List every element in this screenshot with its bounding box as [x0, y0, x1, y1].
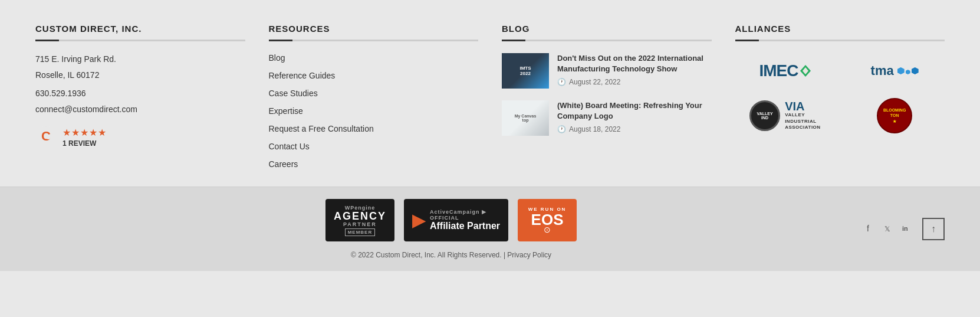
- tma-text: tma: [871, 63, 894, 79]
- svg-point-2: [46, 135, 51, 139]
- alliances-column: ALLIANCES IMEC tma: [735, 24, 945, 169]
- nav-item-reference-guides[interactable]: Reference Guides: [269, 71, 479, 80]
- via-main-text: VIA: [785, 100, 820, 112]
- blog-post-2-content: (White) Board Meeting: Refreshing Your C…: [557, 100, 712, 136]
- blog-post-1: IMTS2022 Don't Miss Out on the 2022 Inte…: [502, 53, 712, 89]
- svg-text:𝕏: 𝕏: [884, 225, 890, 233]
- nav-item-consultation[interactable]: Request a Free Consultation: [269, 124, 479, 133]
- via-logo[interactable]: VALLEYIND VIA VALLEYINDUSTRIALASSOCIATIO…: [735, 98, 836, 133]
- nav-item-blog[interactable]: Blog: [269, 53, 479, 63]
- company-column: CUSTOM DIRECT, INC. 715 E. Irving Park R…: [35, 24, 245, 169]
- nav-link-consultation[interactable]: Request a Free Consultation: [269, 124, 374, 133]
- eos-badge[interactable]: WE RUN ON EOS ⊙: [518, 199, 577, 241]
- blog-date-1-text: August 22, 2022: [569, 78, 620, 86]
- wp-partner-text: PARTNER: [343, 221, 377, 227]
- clock-icon-1: 🕐: [557, 78, 566, 86]
- hex-3: [912, 67, 919, 74]
- linkedin-icon[interactable]: in: [902, 223, 914, 235]
- imec-diamond-icon: [800, 65, 811, 77]
- blog-thumb-2: My Canvastop: [502, 100, 549, 136]
- blog-post-2-date: 🕐 August 18, 2022: [557, 125, 712, 133]
- stars: ★★★★★: [63, 127, 107, 138]
- col-divider-blog: [502, 40, 712, 41]
- svg-text:in: in: [902, 225, 908, 232]
- twitter-icon[interactable]: 𝕏: [884, 223, 894, 235]
- col-divider: [35, 40, 245, 41]
- review-count: 1 REVIEW: [63, 139, 107, 148]
- resources-column: RESOURCES Blog Reference Guides Case Stu…: [269, 24, 479, 169]
- blog-thumb-1: IMTS2022: [502, 53, 549, 89]
- email-link[interactable]: connect@customdirect.com: [35, 104, 137, 114]
- eos-icon: ⊙: [544, 225, 551, 234]
- blog-post-1-content: Don't Miss Out on the 2022 International…: [557, 53, 712, 89]
- email[interactable]: connect@customdirect.com: [35, 103, 245, 116]
- alliances-heading: ALLIANCES: [735, 24, 945, 34]
- blog-column: BLOG IMTS2022 Don't Miss Out on the 2022…: [502, 24, 712, 169]
- hex-1: [897, 67, 905, 74]
- nav-link-careers[interactable]: Careers: [269, 159, 298, 169]
- nav-item-case-studies[interactable]: Case Studies: [269, 89, 479, 98]
- via-circle-emblem: VALLEYIND: [749, 100, 780, 131]
- scroll-top-button[interactable]: ↑: [922, 218, 945, 240]
- phone: 630.529.1936: [35, 87, 245, 100]
- ac-text-block: ActiveCampaign ▶ OFFICIAL Affiliate Part…: [430, 209, 500, 231]
- blog-post-2-title[interactable]: (White) Board Meeting: Refreshing Your C…: [557, 100, 712, 122]
- address-block: 715 E. Irving Park Rd. Roselle, IL 60172…: [35, 53, 245, 116]
- resources-nav: Blog Reference Guides Case Studies Exper…: [269, 53, 479, 169]
- wpengine-badge[interactable]: WPengine AGENCY PARTNER MEMBER: [325, 199, 394, 241]
- alliances-grid: IMEC tma: [735, 53, 945, 133]
- nav-item-expertise[interactable]: Expertise: [269, 106, 479, 116]
- nav-link-blog[interactable]: Blog: [269, 53, 285, 63]
- wp-agency-text: AGENCY: [334, 211, 386, 221]
- wp-engine-small: WPengine: [345, 205, 376, 211]
- bloomington-logo[interactable]: BLOOMINGTON★: [844, 98, 945, 133]
- scroll-top-arrow: ↑: [931, 224, 936, 234]
- ac-affiliate-text: Affiliate Partner: [430, 221, 500, 231]
- social-scroll-area: f 𝕏 in ↑: [867, 218, 945, 240]
- tma-hexagons: [897, 67, 919, 74]
- tma-logo[interactable]: tma: [844, 53, 945, 89]
- copyright-text: © 2022 Custom Direct, Inc. All Rights Re…: [351, 251, 505, 259]
- clock-icon-2: 🕐: [557, 125, 566, 133]
- svg-text:f: f: [867, 224, 869, 233]
- imec-logo[interactable]: IMEC: [735, 53, 836, 89]
- nav-link-case-studies[interactable]: Case Studies: [269, 89, 318, 98]
- bloom-circle: BLOOMINGTON★: [877, 98, 912, 133]
- nav-item-contact[interactable]: Contact Us: [269, 142, 479, 151]
- blog-post-1-title[interactable]: Don't Miss Out on the 2022 International…: [557, 53, 712, 74]
- address-line2: Roselle, IL 60172: [35, 69, 245, 81]
- company-heading: CUSTOM DIRECT, INC.: [35, 24, 245, 34]
- footer-bottom: WPengine AGENCY PARTNER MEMBER ▶ ActiveC…: [0, 187, 980, 271]
- ac-arrow-icon: ▶: [412, 211, 425, 230]
- ac-official-text: ActiveCampaign ▶: [430, 209, 500, 215]
- address-line1: 715 E. Irving Park Rd.: [35, 53, 245, 66]
- blog-heading: BLOG: [502, 24, 712, 34]
- nav-link-reference-guides[interactable]: Reference Guides: [269, 71, 336, 80]
- review-block: C ★★★★★ 1 REVIEW: [35, 126, 245, 148]
- thumb-label-1: IMTS2022: [519, 66, 531, 76]
- review-info: ★★★★★ 1 REVIEW: [63, 127, 107, 148]
- wp-member-text: MEMBER: [345, 228, 376, 236]
- resources-heading: RESOURCES: [269, 24, 479, 34]
- col-divider-resources: [269, 40, 479, 41]
- nav-link-contact[interactable]: Contact Us: [269, 142, 310, 151]
- imec-text: IMEC: [759, 61, 798, 80]
- via-text: VIA VALLEYINDUSTRIALASSOCIATION: [785, 100, 820, 130]
- nav-link-expertise[interactable]: Expertise: [269, 106, 303, 116]
- col-divider-alliances: [735, 40, 945, 41]
- facebook-icon[interactable]: f: [867, 223, 876, 235]
- blog-post-1-date: 🕐 August 22, 2022: [557, 78, 712, 86]
- blog-date-2-text: August 18, 2022: [569, 125, 620, 133]
- privacy-policy-link[interactable]: Privacy Policy: [507, 251, 551, 259]
- clutch-logo: C: [35, 126, 57, 148]
- bottom-center: WPengine AGENCY PARTNER MEMBER ▶ ActiveC…: [35, 199, 867, 259]
- social-icons: f 𝕏 in: [867, 223, 914, 235]
- ac-official-label: OFFICIAL: [430, 215, 500, 221]
- partner-logos: WPengine AGENCY PARTNER MEMBER ▶ ActiveC…: [325, 199, 577, 241]
- footer-main: CUSTOM DIRECT, INC. 715 E. Irving Park R…: [0, 0, 980, 187]
- nav-item-careers[interactable]: Careers: [269, 159, 479, 169]
- via-sub-text: VALLEYINDUSTRIALASSOCIATION: [785, 112, 820, 130]
- blog-post-2: My Canvastop (White) Board Meeting: Refr…: [502, 100, 712, 136]
- activecampaign-badge[interactable]: ▶ ActiveCampaign ▶ OFFICIAL Affiliate Pa…: [404, 199, 508, 241]
- hex-2: [906, 70, 910, 74]
